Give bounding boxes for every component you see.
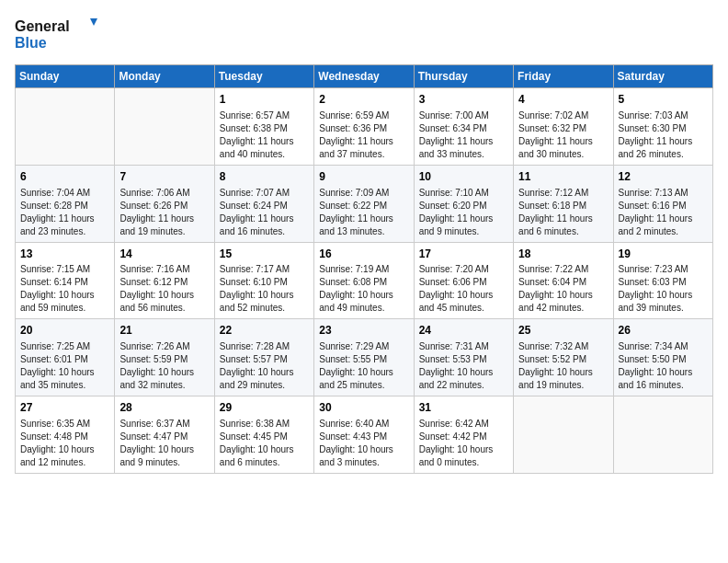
calendar-cell: 4Sunrise: 7:02 AM Sunset: 6:32 PM Daylig…: [514, 88, 613, 166]
weekday-header-monday: Monday: [115, 65, 214, 88]
week-row-3: 13Sunrise: 7:15 AM Sunset: 6:14 PM Dayli…: [16, 242, 713, 319]
day-info: Sunrise: 7:20 AM Sunset: 6:06 PM Dayligh…: [419, 263, 508, 315]
day-info: Sunrise: 7:23 AM Sunset: 6:03 PM Dayligh…: [619, 263, 708, 315]
calendar-cell: 17Sunrise: 7:20 AM Sunset: 6:06 PM Dayli…: [414, 242, 513, 319]
day-info: Sunrise: 7:32 AM Sunset: 5:52 PM Dayligh…: [518, 340, 608, 392]
day-number: 15: [220, 247, 309, 262]
day-number: 11: [518, 169, 608, 185]
calendar-cell: 12Sunrise: 7:13 AM Sunset: 6:16 PM Dayli…: [613, 165, 712, 242]
calendar-cell: 27Sunrise: 6:35 AM Sunset: 4:48 PM Dayli…: [16, 396, 115, 474]
day-number: 31: [419, 400, 508, 416]
day-info: Sunrise: 7:03 AM Sunset: 6:30 PM Dayligh…: [619, 109, 708, 161]
day-info: Sunrise: 7:12 AM Sunset: 6:18 PM Dayligh…: [518, 187, 608, 238]
day-number: 29: [220, 400, 309, 416]
weekday-header-wednesday: Wednesday: [314, 65, 414, 88]
day-info: Sunrise: 6:37 AM Sunset: 4:47 PM Dayligh…: [119, 418, 209, 469]
day-info: Sunrise: 7:16 AM Sunset: 6:12 PM Dayligh…: [119, 263, 209, 315]
day-info: Sunrise: 7:00 AM Sunset: 6:34 PM Dayligh…: [419, 109, 508, 161]
day-info: Sunrise: 6:40 AM Sunset: 4:43 PM Dayligh…: [319, 418, 408, 469]
day-info: Sunrise: 6:42 AM Sunset: 4:42 PM Dayligh…: [419, 418, 508, 469]
calendar-cell: 23Sunrise: 7:29 AM Sunset: 5:55 PM Dayli…: [314, 319, 414, 396]
calendar-cell: 10Sunrise: 7:10 AM Sunset: 6:20 PM Dayli…: [414, 165, 513, 242]
week-row-1: 1Sunrise: 6:57 AM Sunset: 6:38 PM Daylig…: [16, 88, 713, 166]
day-number: 14: [119, 247, 209, 262]
calendar: SundayMondayTuesdayWednesdayThursdayFrid…: [15, 64, 713, 474]
calendar-cell: 25Sunrise: 7:32 AM Sunset: 5:52 PM Dayli…: [514, 319, 613, 396]
day-info: Sunrise: 7:31 AM Sunset: 5:53 PM Dayligh…: [419, 340, 508, 392]
calendar-cell: 7Sunrise: 7:06 AM Sunset: 6:26 PM Daylig…: [115, 165, 214, 242]
calendar-cell: 29Sunrise: 6:38 AM Sunset: 4:45 PM Dayli…: [214, 396, 313, 474]
calendar-cell: 11Sunrise: 7:12 AM Sunset: 6:18 PM Dayli…: [514, 165, 613, 242]
logo: General Blue: [15, 15, 97, 55]
weekday-header-friday: Friday: [514, 65, 613, 88]
svg-text:Blue: Blue: [15, 35, 47, 51]
day-number: 13: [20, 247, 109, 262]
calendar-cell: 8Sunrise: 7:07 AM Sunset: 6:24 PM Daylig…: [214, 165, 313, 242]
day-number: 26: [619, 323, 708, 339]
day-number: 9: [319, 169, 408, 185]
day-number: 16: [319, 247, 408, 262]
day-info: Sunrise: 7:29 AM Sunset: 5:55 PM Dayligh…: [319, 340, 408, 392]
weekday-header-row: SundayMondayTuesdayWednesdayThursdayFrid…: [16, 65, 713, 88]
calendar-cell: [514, 396, 613, 474]
day-info: Sunrise: 7:28 AM Sunset: 5:57 PM Dayligh…: [220, 340, 309, 392]
calendar-cell: 26Sunrise: 7:34 AM Sunset: 5:50 PM Dayli…: [613, 319, 712, 396]
day-info: Sunrise: 7:02 AM Sunset: 6:32 PM Dayligh…: [518, 109, 608, 161]
day-number: 7: [119, 169, 209, 185]
day-number: 1: [220, 92, 309, 108]
weekday-header-saturday: Saturday: [613, 65, 712, 88]
calendar-cell: 20Sunrise: 7:25 AM Sunset: 6:01 PM Dayli…: [16, 319, 115, 396]
day-number: 8: [220, 169, 309, 185]
svg-text:General: General: [15, 18, 70, 34]
calendar-cell: 3Sunrise: 7:00 AM Sunset: 6:34 PM Daylig…: [414, 88, 513, 166]
day-number: 10: [419, 169, 508, 185]
day-info: Sunrise: 7:04 AM Sunset: 6:28 PM Dayligh…: [20, 187, 109, 238]
calendar-cell: 19Sunrise: 7:23 AM Sunset: 6:03 PM Dayli…: [613, 242, 712, 319]
calendar-cell: 14Sunrise: 7:16 AM Sunset: 6:12 PM Dayli…: [115, 242, 214, 319]
day-number: 28: [119, 400, 209, 416]
calendar-cell: 13Sunrise: 7:15 AM Sunset: 6:14 PM Dayli…: [16, 242, 115, 319]
day-info: Sunrise: 7:34 AM Sunset: 5:50 PM Dayligh…: [619, 340, 708, 392]
calendar-cell: 21Sunrise: 7:26 AM Sunset: 5:59 PM Dayli…: [115, 319, 214, 396]
day-number: 23: [319, 323, 408, 339]
calendar-cell: 1Sunrise: 6:57 AM Sunset: 6:38 PM Daylig…: [214, 88, 313, 166]
day-number: 5: [619, 92, 708, 108]
day-info: Sunrise: 6:38 AM Sunset: 4:45 PM Dayligh…: [220, 418, 309, 469]
day-info: Sunrise: 7:15 AM Sunset: 6:14 PM Dayligh…: [20, 263, 109, 315]
day-info: Sunrise: 7:17 AM Sunset: 6:10 PM Dayligh…: [220, 263, 309, 315]
day-info: Sunrise: 7:10 AM Sunset: 6:20 PM Dayligh…: [419, 187, 508, 238]
header: General Blue: [15, 15, 713, 55]
day-info: Sunrise: 6:59 AM Sunset: 6:36 PM Dayligh…: [319, 109, 408, 161]
week-row-5: 27Sunrise: 6:35 AM Sunset: 4:48 PM Dayli…: [16, 396, 713, 474]
calendar-cell: 28Sunrise: 6:37 AM Sunset: 4:47 PM Dayli…: [115, 396, 214, 474]
calendar-cell: 24Sunrise: 7:31 AM Sunset: 5:53 PM Dayli…: [414, 319, 513, 396]
weekday-header-thursday: Thursday: [414, 65, 513, 88]
calendar-cell: [115, 88, 214, 166]
day-number: 27: [20, 400, 109, 416]
logo-svg: General Blue: [15, 15, 97, 55]
day-number: 25: [518, 323, 608, 339]
week-row-4: 20Sunrise: 7:25 AM Sunset: 6:01 PM Dayli…: [16, 319, 713, 396]
day-info: Sunrise: 6:35 AM Sunset: 4:48 PM Dayligh…: [20, 418, 109, 469]
calendar-cell: 16Sunrise: 7:19 AM Sunset: 6:08 PM Dayli…: [314, 242, 414, 319]
day-number: 4: [518, 92, 608, 108]
day-number: 20: [20, 323, 109, 339]
day-number: 18: [518, 247, 608, 262]
calendar-cell: 30Sunrise: 6:40 AM Sunset: 4:43 PM Dayli…: [314, 396, 414, 474]
day-number: 30: [319, 400, 408, 416]
day-number: 12: [619, 169, 708, 185]
day-info: Sunrise: 7:19 AM Sunset: 6:08 PM Dayligh…: [319, 263, 408, 315]
weekday-header-tuesday: Tuesday: [214, 65, 313, 88]
weekday-header-sunday: Sunday: [16, 65, 115, 88]
day-info: Sunrise: 7:09 AM Sunset: 6:22 PM Dayligh…: [319, 187, 408, 238]
day-number: 24: [419, 323, 508, 339]
day-number: 21: [119, 323, 209, 339]
calendar-cell: 22Sunrise: 7:28 AM Sunset: 5:57 PM Dayli…: [214, 319, 313, 396]
day-info: Sunrise: 7:26 AM Sunset: 5:59 PM Dayligh…: [119, 340, 209, 392]
day-info: Sunrise: 7:22 AM Sunset: 6:04 PM Dayligh…: [518, 263, 608, 315]
calendar-cell: [613, 396, 712, 474]
week-row-2: 6Sunrise: 7:04 AM Sunset: 6:28 PM Daylig…: [16, 165, 713, 242]
calendar-cell: 2Sunrise: 6:59 AM Sunset: 6:36 PM Daylig…: [314, 88, 414, 166]
day-number: 6: [20, 169, 109, 185]
day-number: 19: [619, 247, 708, 262]
